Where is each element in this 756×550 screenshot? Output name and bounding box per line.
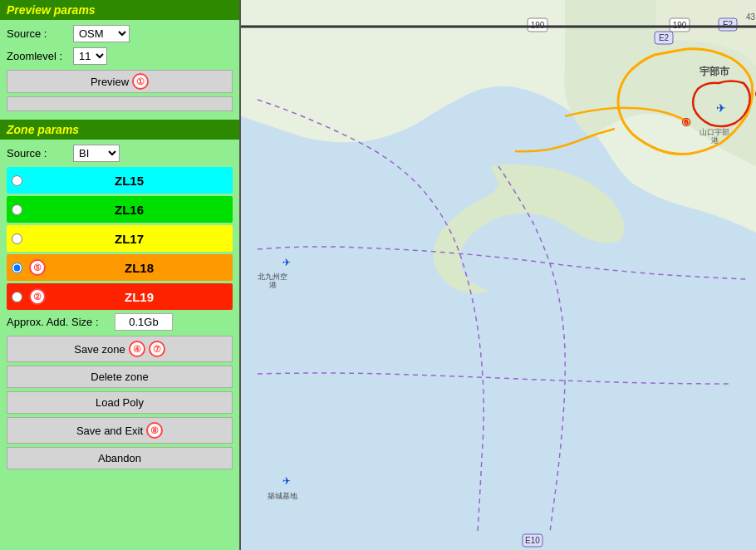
load-poly-button[interactable]: Load Poly (7, 391, 233, 414)
zone-label-zl16: ZL16 (26, 203, 233, 217)
zoomlevel-row: Zoomlevel : 8910 11 12131415 (7, 47, 233, 65)
save-and-exit-button[interactable]: Save and Exit ⑧ (7, 417, 233, 444)
zone-row-zl17[interactable]: ZL17 (7, 225, 233, 252)
svg-text:✈: ✈ (282, 257, 291, 268)
svg-text:港: 港 (269, 281, 277, 289)
zoomlevel-select[interactable]: 8910 11 12131415 (73, 47, 107, 65)
zone-radio-zl19[interactable] (12, 292, 22, 302)
source-row: Source : OSM Bing Google (7, 25, 233, 42)
save-zone-label: Save zone (74, 343, 125, 356)
abandon-label: Abandon (98, 452, 141, 464)
source-label: Source : (7, 27, 73, 40)
preview-button-label: Preview (91, 76, 129, 88)
approx-row: Approx. Add. Size : 0.1Gb (7, 313, 233, 331)
progress-bar (7, 96, 233, 111)
source-select[interactable]: OSM Bing Google (73, 25, 130, 42)
zone-radio-zl17[interactable] (12, 233, 22, 244)
zone-row-zl19[interactable]: ② ZL19 (7, 283, 233, 310)
save-zone-badge1: ④ (129, 341, 145, 357)
zone-label-zl15: ZL15 (26, 174, 233, 188)
left-panel: Preview params Source : OSM Bing Google … (0, 0, 241, 550)
zone-label-zl17: ZL17 (26, 232, 233, 246)
abandon-button[interactable]: Abandon (7, 447, 233, 469)
zoomlevel-label: Zoomlevel : (7, 50, 73, 62)
preview-badge: ① (132, 73, 149, 90)
save-and-exit-label: Save and Exit (76, 425, 143, 437)
zone-radio-zl15[interactable] (12, 175, 22, 186)
zl18-badge: ⑤ (29, 259, 46, 276)
load-poly-label: Load Poly (96, 396, 144, 409)
save-zone-button[interactable]: Save zone ④ ⑦ (7, 336, 233, 362)
delete-zone-label: Delete zone (91, 371, 148, 383)
save-and-exit-badge: ⑧ (146, 422, 163, 439)
preview-params-header: Preview params (0, 0, 239, 20)
zone-row-zl18[interactable]: ⑤ ZL18 (7, 254, 233, 281)
zone-source-label: Source : (7, 147, 73, 160)
save-zone-badge2: ⑦ (149, 341, 165, 357)
zone-source-select[interactable]: BI OSM Bing (73, 145, 120, 162)
preview-button[interactable]: Preview ① (7, 70, 233, 93)
zone-row-zl15[interactable]: ZL15 (7, 167, 233, 194)
zone-source-row: Source : BI OSM Bing (7, 145, 233, 162)
zone-radio-zl18[interactable] (12, 263, 22, 273)
svg-text:✈: ✈ (716, 101, 726, 115)
approx-label: Approx. Add. Size : (7, 316, 115, 328)
svg-text:宇部市: 宇部市 (700, 66, 730, 77)
delete-zone-button[interactable]: Delete zone (7, 366, 233, 388)
svg-text:43: 43 (746, 12, 756, 22)
zone-params-header: Zone params (0, 120, 239, 140)
svg-text:北九州空: 北九州空 (258, 273, 287, 281)
zone-label-zl18: ZL18 (46, 261, 233, 275)
zone-radio-zl16[interactable] (12, 204, 22, 215)
zone-label-zl19: ZL19 (46, 290, 233, 304)
svg-text:港: 港 (711, 136, 719, 145)
map-area[interactable]: ✈ 宇部市 ③ ⑥ 山口宇部 港 ✈ 北九州空 港 ✈ 築城基地 190 190… (241, 0, 756, 550)
svg-text:E2: E2 (659, 33, 670, 42)
zone-row-zl16[interactable]: ZL16 (7, 196, 233, 223)
svg-text:E10: E10 (525, 536, 540, 545)
zl19-badge: ② (29, 288, 46, 305)
svg-text:⑥: ⑥ (681, 116, 691, 129)
svg-text:山口宇部: 山口宇部 (700, 128, 729, 136)
svg-text:✈: ✈ (282, 475, 291, 487)
svg-text:築城基地: 築城基地 (268, 492, 297, 500)
approx-value: 0.1Gb (115, 313, 173, 331)
